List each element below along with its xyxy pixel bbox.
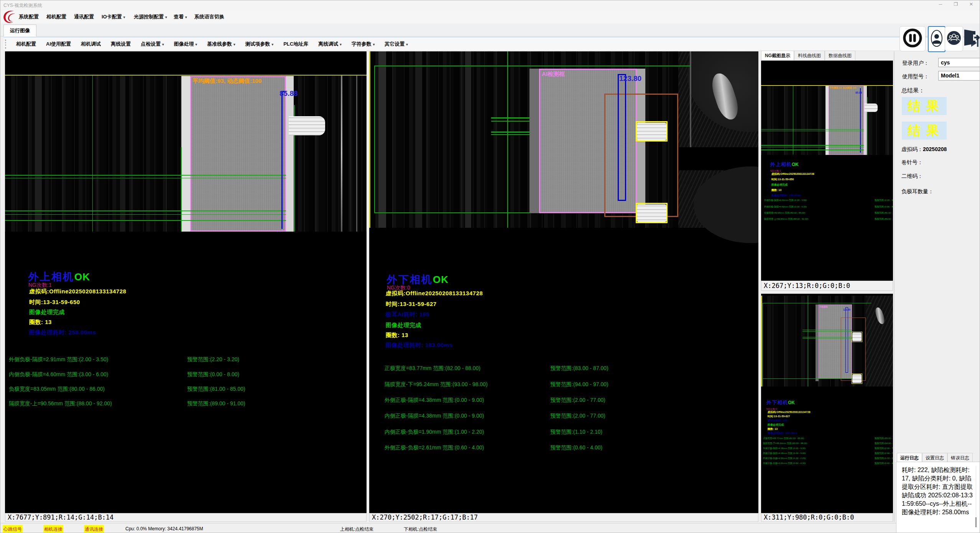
tool-plc-address[interactable]: PLC地址库 xyxy=(278,41,313,48)
users-button[interactable] xyxy=(945,26,963,51)
menu-light-config[interactable]: 光源控制配置▾ xyxy=(134,13,167,20)
timestamp: 时间:13-31-59-650 xyxy=(29,299,80,306)
total-result-label: 总结果： xyxy=(901,87,924,94)
electrode-tab xyxy=(289,116,325,135)
menu-view[interactable]: 查看▾ xyxy=(174,13,187,20)
cpu-memory-status: Cpu: 0.0% Memory: 3424.41796875M xyxy=(125,526,203,531)
measurement-value: 负极宽度=83.05mm 范围:(80.00 - 86.00) xyxy=(9,386,105,393)
measurement-value: 内侧正极-隔膜=4.38mm 范围:(0.00 - 9.00) xyxy=(385,413,484,419)
tool-spotcheck-setting[interactable]: 点检设置▾ xyxy=(136,41,169,48)
pause-button[interactable] xyxy=(899,26,926,51)
vcode-value: 20250208 xyxy=(923,146,947,152)
chevron-down-icon: ▾ xyxy=(165,15,167,19)
users-icon xyxy=(946,30,962,47)
tool-baseline-params[interactable]: 基准线参数▾ xyxy=(202,41,240,48)
tool-camera-config[interactable]: 相机配置 xyxy=(11,41,41,48)
title-bar: CYS-视觉检测系统 ─ ❐ ✕ xyxy=(0,0,980,10)
user-icon xyxy=(930,28,943,50)
tab-data-curve[interactable]: 数据曲线图 xyxy=(825,51,855,60)
ng-snapshot-upper[interactable]: 平均阈值:93, 动态阈值:100 85.88 外上相机OK NG次数:1 虚拟… xyxy=(761,61,893,281)
result-display-1: 结果 xyxy=(902,97,947,115)
measurement-warn: 预警范围:(2.00 - 77.00) xyxy=(550,413,605,419)
tool-camera-debug[interactable]: 相机调试 xyxy=(76,41,106,48)
tab-detect-box-yellow xyxy=(636,121,668,141)
lower-camera-status: 下相机:点检结束 xyxy=(404,526,437,533)
chevron-down-icon: ▾ xyxy=(406,43,408,46)
chevron-down-icon: ▾ xyxy=(185,15,187,19)
coord-bar-upper: X:7677;Y:891;R:14;G:14;B:14 xyxy=(5,513,367,522)
comm-connect-badge: 通讯连接 xyxy=(84,525,104,533)
tab-run-log[interactable]: 运行日志 xyxy=(897,453,922,462)
tab-run-image[interactable]: 运行图像 xyxy=(3,25,36,36)
tool-testitem-params[interactable]: 测试项参数▾ xyxy=(240,41,279,48)
camera-view-upper[interactable]: 平均阈值:93, 动态阈值:100 85.88 外上相机OK NG次数:1 虚拟… xyxy=(5,51,367,513)
tool-offline-setting[interactable]: 离线设置 xyxy=(106,41,136,48)
measurement-value: 内侧正极-负极=1.90mm 范围:(1.00 - 2.20) xyxy=(385,429,484,436)
menu-language-switch[interactable]: 系统语言切换 xyxy=(194,13,224,20)
menu-bar: 系统配置 相机配置 通讯配置 IO卡配置▾ 光源控制配置▾ 查看▾ 系统语言切换 xyxy=(0,10,980,23)
minimize-icon[interactable]: ─ xyxy=(935,2,946,7)
virtual-code: 虚拟码:Offline20250208133134728 xyxy=(29,288,126,295)
result-display-2: 结果 xyxy=(902,122,947,140)
menu-system-config[interactable]: 系统配置 xyxy=(19,13,39,20)
close-icon[interactable]: ✕ xyxy=(965,2,977,7)
chevron-down-icon: ▾ xyxy=(272,43,274,46)
process-elapsed: 图像处理耗时: 183.00ms xyxy=(386,342,453,349)
tool-offline-debug[interactable]: 离线调试▾ xyxy=(313,41,347,48)
divider xyxy=(894,51,894,522)
toolbar: 相机配置 AI使用配置 相机调试 离线设置 点检设置▾ 图像处理▾ 基准线参数▾… xyxy=(3,37,977,51)
measure-rect-blue xyxy=(618,74,626,201)
measurement-warn: 预警范围:(1.10 - 2.10) xyxy=(550,429,602,436)
menu-io-config[interactable]: IO卡配置▾ xyxy=(102,13,125,20)
process-elapsed: 图像处理耗时: 258.00ms xyxy=(29,329,96,336)
tool-ai-config[interactable]: AI使用配置 xyxy=(41,41,76,48)
user-button[interactable] xyxy=(928,26,945,52)
threshold-overlay-text: 平均阈值:93, 动态阈值:100 xyxy=(192,77,261,85)
measurement-value: 内侧负极-隔膜=4.60mm 范围:(3.00 - 6.00) xyxy=(9,371,108,378)
chevron-down-icon: ▾ xyxy=(233,43,235,46)
camera-view-lower[interactable]: AI检测框 123.80 外下相机OK NG次数:0 虚拟码:Offline20… xyxy=(369,51,758,513)
window-title: CYS-视觉检测系统 xyxy=(3,2,42,9)
log-scrollbar-thumb[interactable] xyxy=(975,517,977,527)
tool-image-process[interactable]: 图像处理▾ xyxy=(169,41,202,48)
log-panel[interactable]: 耗时: 222, 缺陷检测耗时: 17, 缺陷分类耗时: 0, 缺陷提取分区耗时… xyxy=(896,462,980,533)
measure-bracket-blue xyxy=(281,91,283,229)
status-bar: 心跳信号 相机连接 通讯连接 Cpu: 0.0% Memory: 3424.41… xyxy=(0,523,896,533)
width-value-overlay: 85.88 xyxy=(280,89,298,98)
measurement-value: 外侧正极-负极=2.61mm 范围:(0.60 - 4.00) xyxy=(385,444,484,451)
tab-error-log[interactable]: 错误日志 xyxy=(947,453,973,462)
tab-line-curve[interactable]: 料线曲线图 xyxy=(794,51,825,60)
tab-setting-log[interactable]: 设置日志 xyxy=(922,453,947,462)
tool-other-settings[interactable]: 其它设置▾ xyxy=(380,41,413,48)
qrcode-label: 二维码： xyxy=(901,173,923,180)
exit-icon xyxy=(963,28,980,49)
timestamp: 时间:13-31-59-627 xyxy=(386,301,437,308)
tool-char-params[interactable]: 字符参数▾ xyxy=(347,41,380,48)
heartbeat-status-badge: 心跳信号 xyxy=(3,525,23,533)
detect-rect-orange xyxy=(604,94,678,217)
model-field[interactable]: Model1 xyxy=(938,71,980,81)
virtual-code: 虚拟码:Offline20250208133134728 xyxy=(386,290,483,297)
app-window: CYS-视觉检测系统 ─ ❐ ✕ 系统配置 相机配置 通讯配置 IO卡配置▾ 光… xyxy=(0,0,980,533)
threshold-overlay-text: 平均阈值:93, 动态阈值:100 xyxy=(829,87,856,89)
maximize-icon[interactable]: ❐ xyxy=(950,2,962,7)
ng-snapshot-lower[interactable]: AI检测框 123.80 外下相机OK NG次数:0 虚拟码:Offline20… xyxy=(761,294,893,513)
toolbar-drag-handle[interactable] xyxy=(5,39,8,49)
tab-ng-snapshot[interactable]: NG截图显示 xyxy=(761,51,794,60)
menu-camera-config[interactable]: 相机配置 xyxy=(46,13,66,20)
exit-button[interactable] xyxy=(963,27,980,49)
chevron-down-icon: ▾ xyxy=(196,43,197,46)
ai-box-label: AI检测框 xyxy=(542,71,565,78)
ai-elapsed: 极耳AI耗时: 165 xyxy=(386,311,430,318)
login-user-field[interactable]: cys xyxy=(938,58,980,67)
pause-icon xyxy=(902,28,923,50)
electrode-region-box xyxy=(190,76,286,232)
sidebar-tabs: NG截图显示料线曲线图数据曲线图 xyxy=(761,51,893,61)
menu-comm-config[interactable]: 通讯配置 xyxy=(74,13,94,20)
chevron-down-icon: ▾ xyxy=(373,43,375,46)
width-value-overlay: 123.80 xyxy=(619,74,641,83)
reference-line-yellow xyxy=(5,75,367,76)
loop-count: 圈数: 13 xyxy=(386,332,408,339)
chevron-down-icon: ▾ xyxy=(162,43,164,46)
process-done: 图像处理完成 xyxy=(386,322,421,329)
